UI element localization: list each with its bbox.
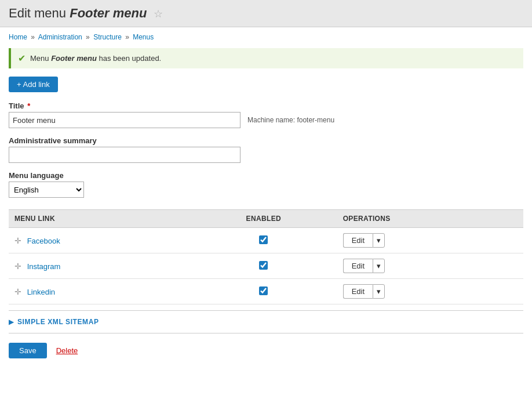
menu-link-name-facebook: Facebook xyxy=(27,237,60,245)
content-area: Home » Administration » Structure » Menu… xyxy=(0,27,532,364)
title-input[interactable] xyxy=(9,112,241,128)
sitemap-label: Simple XML Sitemap xyxy=(17,318,99,326)
success-icon: ✔ xyxy=(18,53,25,64)
table-header-row: Menu link Enabled Operations xyxy=(9,210,523,228)
menu-link-name-instagram: Instagram xyxy=(27,262,61,271)
title-label-text: Title xyxy=(9,101,24,110)
dropdown-arrow-linkedin[interactable]: ▾ xyxy=(373,284,385,299)
page-title-prefix: Edit menu xyxy=(9,6,66,20)
table-row: ✛ Instagram Edit ▾ xyxy=(9,253,523,279)
star-icon[interactable]: ☆ xyxy=(154,8,163,20)
save-button[interactable]: Save xyxy=(9,343,47,358)
page-title: Edit menu Footer menu ☆ xyxy=(9,6,523,21)
edit-button-facebook[interactable]: Edit xyxy=(343,233,373,248)
menu-link-anchor-facebook[interactable]: Facebook xyxy=(27,237,60,245)
operations-group-facebook: Edit ▾ xyxy=(343,233,518,248)
success-message: ✔ Menu Footer menu has been updated. xyxy=(9,48,523,68)
form-actions: Save Delete xyxy=(9,343,523,358)
menu-table-section: Menu link Enabled Operations ✛ Facebook xyxy=(9,209,523,304)
breadcrumb-administration[interactable]: Administration xyxy=(38,33,82,41)
success-prefix: Menu xyxy=(30,54,49,63)
success-menu-name: Footer menu xyxy=(51,54,97,63)
machine-name-label: Machine name: footer-menu xyxy=(247,116,334,124)
language-field-group: Menu language English Spanish French xyxy=(9,171,523,198)
col-header-menu-link: Menu link xyxy=(9,210,190,228)
summary-label: Administrative summary xyxy=(9,136,523,145)
breadcrumb-sep-3: » xyxy=(125,33,129,41)
delete-link[interactable]: Delete xyxy=(56,346,78,355)
menu-table: Menu link Enabled Operations ✛ Facebook xyxy=(9,210,523,304)
language-select[interactable]: English Spanish French xyxy=(9,182,84,198)
summary-input[interactable] xyxy=(9,147,241,163)
table-row: ✛ Facebook Edit ▾ xyxy=(9,228,523,253)
breadcrumb-structure[interactable]: Structure xyxy=(93,33,122,41)
enabled-checkbox-linkedin[interactable] xyxy=(259,286,268,295)
table-row: ✛ Linkedin Edit ▾ xyxy=(9,279,523,304)
language-label: Menu language xyxy=(9,171,523,180)
breadcrumb: Home » Administration » Structure » Menu… xyxy=(9,33,523,41)
breadcrumb-home[interactable]: Home xyxy=(9,33,27,41)
sitemap-arrow-icon: ▶ xyxy=(9,318,14,326)
enabled-cell-instagram xyxy=(190,253,337,279)
menu-link-anchor-linkedin[interactable]: Linkedin xyxy=(27,288,55,296)
menu-link-anchor-instagram[interactable]: Instagram xyxy=(27,262,61,271)
dropdown-arrow-facebook[interactable]: ▾ xyxy=(373,233,385,248)
col-header-operations: Operations xyxy=(337,210,523,228)
operations-cell-instagram: Edit ▾ xyxy=(337,253,523,279)
breadcrumb-sep-2: » xyxy=(86,33,90,41)
enabled-cell-linkedin xyxy=(190,279,337,304)
enabled-cell-facebook xyxy=(190,228,337,253)
success-suffix: has been updated. xyxy=(99,54,162,63)
title-row: Machine name: footer-menu xyxy=(9,112,523,128)
enabled-checkbox-instagram[interactable] xyxy=(259,261,268,270)
page-header: Edit menu Footer menu ☆ xyxy=(0,0,532,27)
breadcrumb-menus[interactable]: Menus xyxy=(133,33,154,41)
breadcrumb-sep-1: » xyxy=(31,33,35,41)
title-field-group: Title * Machine name: footer-menu xyxy=(9,101,523,128)
sitemap-toggle[interactable]: ▶ Simple XML Sitemap xyxy=(9,317,523,327)
menu-link-name-linkedin: Linkedin xyxy=(27,288,55,296)
add-link-button[interactable]: + Add link xyxy=(9,77,58,92)
sitemap-section: ▶ Simple XML Sitemap xyxy=(9,310,523,333)
page-title-italic: Footer menu xyxy=(70,6,147,20)
dropdown-arrow-instagram[interactable]: ▾ xyxy=(373,259,385,273)
menu-link-cell-linkedin: ✛ Linkedin xyxy=(9,279,190,304)
operations-group-linkedin: Edit ▾ xyxy=(343,284,518,299)
operations-cell-linkedin: Edit ▾ xyxy=(337,279,523,304)
edit-button-linkedin[interactable]: Edit xyxy=(343,284,373,299)
drag-handle-facebook[interactable]: ✛ xyxy=(14,236,21,245)
summary-field-group: Administrative summary xyxy=(9,136,523,163)
drag-handle-linkedin[interactable]: ✛ xyxy=(14,287,21,296)
menu-link-cell-facebook: ✛ Facebook xyxy=(9,228,190,253)
menu-link-cell-instagram: ✛ Instagram xyxy=(9,253,190,279)
title-label: Title * xyxy=(9,101,523,110)
edit-button-instagram[interactable]: Edit xyxy=(343,259,373,273)
operations-group-instagram: Edit ▾ xyxy=(343,259,518,273)
operations-cell-facebook: Edit ▾ xyxy=(337,228,523,253)
title-required: * xyxy=(27,101,30,110)
drag-handle-instagram[interactable]: ✛ xyxy=(14,262,21,271)
col-header-enabled: Enabled xyxy=(190,210,337,228)
success-text: Menu Footer menu has been updated. xyxy=(30,54,161,63)
enabled-checkbox-facebook[interactable] xyxy=(259,235,268,244)
